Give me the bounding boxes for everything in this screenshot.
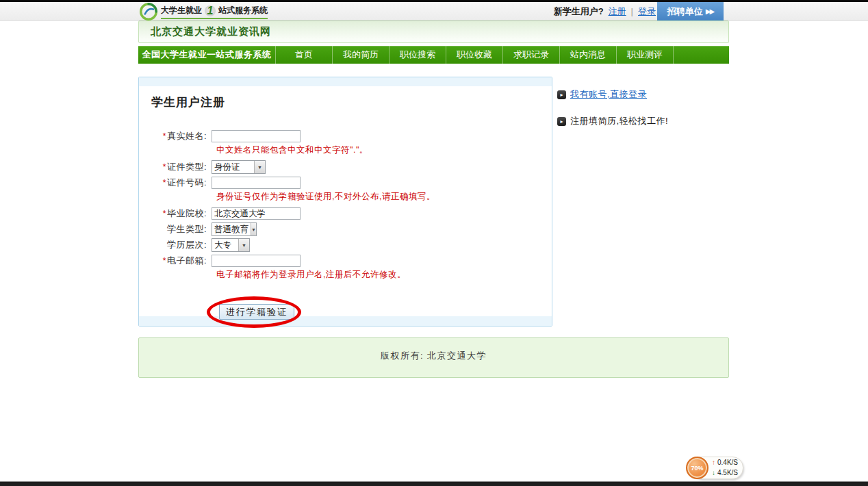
id-type-select[interactable]: 身份证 ▼: [212, 160, 266, 174]
top-account-links: 新学生用户? 注册 | 登录: [554, 2, 656, 21]
page: 大学生就业 1 站式服务系统 新学生用户? 注册 | 登录 招聘单位 ▶▶ 北京…: [0, 0, 868, 486]
have-account-login-link[interactable]: 我有账号,直接登录: [570, 88, 647, 101]
id-number-row: *证件号码:: [139, 175, 552, 190]
required-star: *: [163, 131, 166, 141]
top-header-bar: 大学生就业 1 站式服务系统 新学生用户? 注册 | 登录 招聘单位 ▶▶: [0, 2, 868, 21]
form-title: 学生用户注册: [151, 94, 552, 110]
logo-text-right: 站式服务系统: [218, 5, 268, 16]
main-nav: 全国大学生就业一站式服务系统 首页 我的简历 职位搜索 职位收藏 求职记录 站内…: [138, 46, 729, 64]
sidebar-login-item: ▸ 我有账号,直接登录: [557, 88, 728, 101]
download-arrow-icon: ↓: [712, 468, 715, 478]
id-number-label: *证件号码:: [139, 177, 212, 189]
network-speed-widget[interactable]: 70% ↑ 0.4K/S ↓ 4.5K/S: [686, 455, 743, 481]
nav-item-job-search[interactable]: 职位搜索: [389, 46, 446, 64]
required-star: *: [163, 209, 166, 218]
copyright-text: 版权所有: 北京交通大学: [381, 350, 487, 377]
arrow-bullet-icon: ▸: [557, 117, 566, 126]
email-label: *电子邮箱:: [139, 255, 212, 267]
degree-level-row: 学历层次: 大专 ▼: [139, 238, 552, 253]
slogan-text: 注册填简历,轻松找工作!: [570, 115, 668, 127]
form-top-strip: [139, 77, 552, 86]
speed-readouts: ↑ 0.4K/S ↓ 4.5K/S: [712, 458, 738, 478]
required-star: *: [163, 162, 166, 172]
id-number-hint: 身份证号仅作为学籍验证使用,不对外公布,请正确填写。: [216, 191, 552, 202]
nav-item-career-assessment[interactable]: 职业测评: [616, 46, 673, 64]
site-title-banner: 北京交通大学就业资讯网: [138, 21, 729, 43]
green-swirl-logo-icon: [140, 3, 157, 21]
double-arrow-icon: ▶▶: [706, 8, 713, 15]
nav-system-label: 全国大学生就业一站式服务系统: [138, 46, 275, 64]
site-logo: 大学生就业 1 站式服务系统: [140, 3, 268, 21]
email-row: *电子邮箱:: [139, 253, 552, 268]
nav-item-resume[interactable]: 我的简历: [332, 46, 389, 64]
verify-enrollment-button[interactable]: 进行学籍验证: [219, 304, 294, 320]
employer-button-label: 招聘单位: [667, 5, 703, 18]
link-separator: |: [631, 6, 633, 16]
real-name-label: *真实姓名:: [139, 130, 212, 142]
school-label: *毕业院校:: [139, 207, 212, 220]
dropdown-arrow-icon[interactable]: ▼: [238, 239, 249, 251]
real-name-hint: 中文姓名只能包含中文和中文字符"."。: [216, 144, 552, 155]
id-type-row: *证件类型: 身份证 ▼: [139, 159, 552, 175]
dropdown-arrow-icon[interactable]: ▼: [254, 161, 265, 173]
upload-speed-value: 0.4K/S: [717, 458, 738, 468]
new-user-prompt: 新学生用户?: [554, 5, 604, 18]
right-sidebar: ▸ 我有账号,直接登录 ▸ 注册填简历,轻松找工作!: [557, 88, 728, 142]
employer-button[interactable]: 招聘单位 ▶▶: [657, 2, 724, 21]
nav-filler: [673, 46, 729, 64]
window-bottom-edge: [0, 481, 868, 486]
id-type-label: *证件类型:: [139, 161, 212, 173]
required-star: *: [163, 178, 166, 188]
logo-text-left: 大学生就业: [161, 5, 202, 16]
nav-item-home[interactable]: 首页: [275, 46, 332, 64]
login-link[interactable]: 登录: [638, 5, 656, 18]
sidebar-slogan-item: ▸ 注册填简历,轻松找工作!: [557, 115, 728, 127]
submit-area: 进行学籍验证: [139, 296, 552, 335]
nav-item-site-messages[interactable]: 站内消息: [559, 46, 616, 64]
student-type-label: 学生类型:: [139, 223, 212, 235]
school-row: *毕业院校:: [139, 206, 552, 221]
form-body: *真实姓名: 中文姓名只能包含中文和中文字符"."。 *证件类型: 身份证 ▼ …: [139, 129, 552, 335]
download-speed-value: 4.5K/S: [717, 468, 738, 478]
dropdown-arrow-icon[interactable]: ▼: [251, 223, 256, 235]
email-input[interactable]: [212, 255, 301, 267]
school-input[interactable]: [212, 207, 301, 220]
degree-level-select[interactable]: 大专 ▼: [212, 238, 250, 252]
real-name-input[interactable]: [212, 130, 301, 142]
nav-item-application-history[interactable]: 求职记录: [502, 46, 559, 64]
registration-form: 学生用户注册 *真实姓名: 中文姓名只能包含中文和中文字符"."。 *证件类型:…: [138, 77, 552, 327]
footer: 版权所有: 北京交通大学: [138, 337, 729, 378]
speed-percent-badge[interactable]: 70%: [686, 457, 709, 479]
logo-text: 大学生就业 1 站式服务系统: [161, 5, 268, 19]
email-hint: 电子邮箱将作为登录用户名,注册后不允许修改。: [216, 269, 552, 280]
site-title: 北京交通大学就业资讯网: [151, 25, 271, 38]
id-number-input[interactable]: [212, 177, 301, 189]
upload-speed-row: ↑ 0.4K/S: [712, 458, 738, 468]
student-type-row: 学生类型: 普通教育 ▼: [139, 222, 552, 237]
register-link[interactable]: 注册: [609, 5, 626, 18]
real-name-row: *真实姓名:: [139, 129, 552, 144]
download-speed-row: ↓ 4.5K/S: [712, 468, 738, 478]
logo-number-one: 1: [204, 5, 216, 17]
degree-level-label: 学历层次:: [139, 239, 212, 251]
arrow-bullet-icon: ▸: [557, 90, 566, 99]
upload-arrow-icon: ↑: [712, 458, 715, 468]
required-star: *: [163, 256, 166, 266]
student-type-select[interactable]: 普通教育 ▼: [212, 222, 257, 236]
nav-item-job-favorites[interactable]: 职位收藏: [446, 46, 502, 64]
